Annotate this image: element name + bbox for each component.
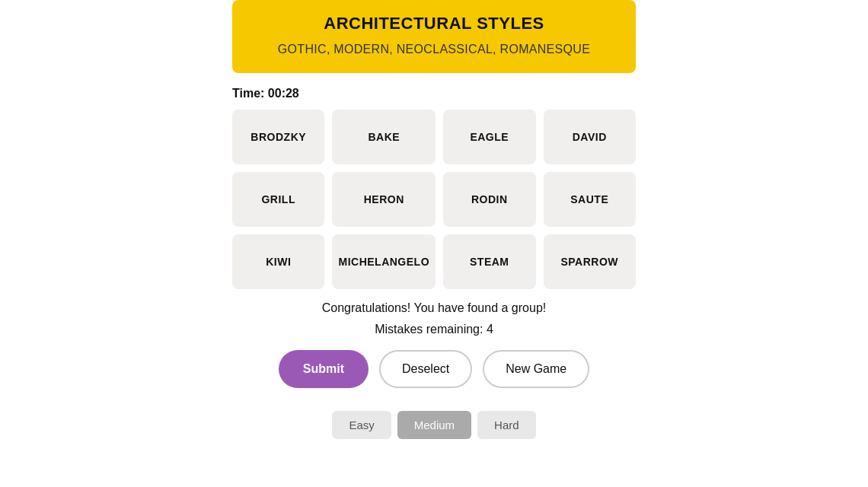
word-card[interactable]: SPARROW (544, 234, 636, 289)
category-title: ARCHITECTURAL STYLES (247, 14, 621, 33)
word-grid: BRODZKYBAKEEAGLEDAVIDGRILLHERONRODINSAUT… (232, 110, 636, 289)
word-card[interactable]: MICHELANGELO (332, 234, 436, 289)
word-card[interactable]: BRODZKY (232, 110, 324, 164)
word-card[interactable]: SAUTE (544, 172, 636, 227)
congratulations-message: Congratulations! You have found a group! (232, 301, 636, 315)
word-card[interactable]: GRILL (232, 172, 324, 227)
word-card[interactable]: EAGLE (443, 110, 535, 164)
word-card[interactable]: RODIN (443, 172, 535, 227)
difficulty-button-hard[interactable]: Hard (477, 411, 536, 439)
word-card[interactable]: KIWI (232, 234, 324, 289)
submit-button[interactable]: Submit (279, 350, 369, 388)
mistakes-remaining: Mistakes remaining: 4 (232, 323, 636, 336)
new-game-button[interactable]: New Game (483, 350, 589, 388)
category-banner: ARCHITECTURAL STYLES GOTHIC, MODERN, NEO… (232, 0, 636, 73)
word-card[interactable]: BAKE (332, 110, 436, 164)
action-buttons: Submit Deselect New Game (232, 350, 636, 388)
word-card[interactable]: HERON (332, 172, 436, 227)
timer-display: Time: 00:28 (232, 87, 636, 100)
word-card[interactable]: STEAM (443, 234, 535, 289)
word-card[interactable]: DAVID (544, 110, 636, 164)
deselect-button[interactable]: Deselect (379, 350, 472, 388)
game-container: ARCHITECTURAL STYLES GOTHIC, MODERN, NEO… (217, 0, 651, 454)
category-items: GOTHIC, MODERN, NEOCLASSICAL, ROMANESQUE (247, 43, 621, 56)
difficulty-button-easy[interactable]: Easy (332, 411, 391, 439)
difficulty-row: EasyMediumHard (232, 411, 636, 439)
difficulty-button-medium[interactable]: Medium (397, 411, 471, 439)
